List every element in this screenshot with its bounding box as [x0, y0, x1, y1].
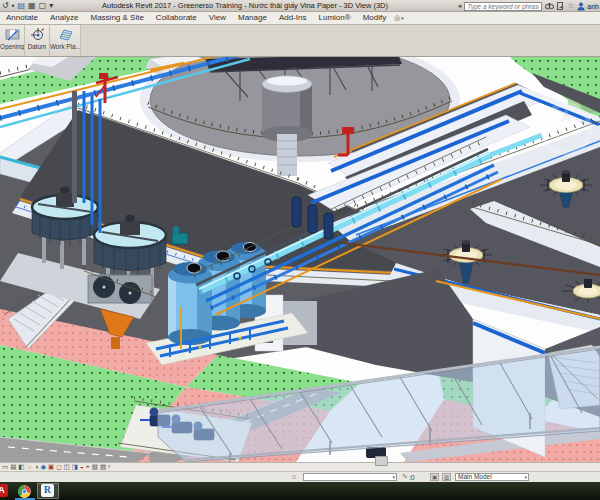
tab-annotate[interactable]: Annotate [0, 12, 44, 24]
sign-in-account[interactable]: anh [577, 2, 599, 11]
lock-3d-view-icon[interactable]: ◫ [64, 463, 70, 471]
work-plane-button[interactable]: Work Pla... [50, 25, 81, 56]
ribbon-tab-bar: Annotate Analyze Massing & Site Collabor… [0, 12, 600, 25]
visual-style-icon[interactable]: ◧ [18, 463, 24, 471]
3d-model-view [0, 57, 600, 462]
tab-modify[interactable]: Modify [357, 12, 393, 24]
user-icon [577, 2, 585, 11]
reveal-hidden-elements-icon[interactable]: ◒ [80, 463, 84, 471]
drawing-area[interactable] [0, 57, 600, 462]
temporary-view-properties-icon[interactable]: ◓ [86, 463, 90, 471]
window-title: Autodesk Revit 2017 - Greenerso Training… [0, 0, 490, 12]
tab-view[interactable]: View [203, 12, 232, 24]
workset-home-icon: ⌂ [292, 473, 296, 480]
thin-lines-icon[interactable]: ▦ [28, 1, 36, 11]
shadows-icon[interactable]: ◑ [34, 463, 38, 471]
datum-icon [30, 27, 45, 42]
tab-collaborate[interactable]: Collaborate [150, 12, 203, 24]
quick-access-toolbar: ↺ ▪ ▤ ▦ ▢ ▾ [2, 0, 53, 12]
title-bar: ↺ ▪ ▤ ▦ ▢ ▾ Autodesk Revit 2017 - Greene… [0, 0, 600, 12]
sun-path-icon[interactable]: ☼ [26, 463, 32, 471]
switch-windows-icon[interactable]: ▢ [39, 1, 47, 11]
revit-application-window: ↺ ▪ ▤ ▦ ▢ ▾ Autodesk Revit 2017 - Greene… [0, 0, 600, 500]
show-crop-region-icon[interactable]: ◻ [56, 463, 61, 471]
active-workset-dropdown[interactable]: ▾ [303, 473, 397, 481]
scale-icon[interactable]: ▭ [2, 463, 8, 471]
windows-taskbar: A R [0, 482, 600, 500]
ribbon-panel-area: Opening Datum Work Pla... [0, 25, 600, 57]
work-plane-label: Work Pla... [50, 43, 80, 50]
opening-icon [5, 27, 20, 42]
opening-label: Opening [0, 43, 24, 50]
user-label: anh [587, 3, 599, 10]
analytical-model-icon[interactable]: ▧ [92, 463, 98, 471]
search-input[interactable] [464, 2, 542, 11]
design-options-dropdown[interactable]: Main Model ▾ [455, 473, 529, 481]
search-binoculars-icon[interactable] [545, 2, 554, 10]
taskbar-revit-icon[interactable]: R [41, 484, 54, 497]
tab-analyze[interactable]: Analyze [44, 12, 84, 24]
worksharing-display-button[interactable]: ▣ [430, 473, 439, 481]
temporary-hide-isolate-icon[interactable]: ◨ [72, 463, 78, 471]
pencil-icon: ✎ [402, 473, 408, 481]
editing-requests-count: :0 [409, 474, 415, 481]
ribbon-cycle-icon: ◎ [394, 14, 400, 22]
taskbar-acrobat-icon[interactable]: A [0, 484, 8, 497]
design-options-icon-button[interactable]: ▥ [442, 473, 451, 481]
opening-button[interactable]: Opening [0, 25, 25, 56]
tab-massing-site[interactable]: Massing & Site [85, 12, 150, 24]
displacement-sets-icon[interactable]: ▨ [100, 463, 106, 471]
work-plane-icon [58, 27, 73, 42]
communication-center-icon[interactable] [557, 2, 564, 10]
crop-view-icon[interactable]: ▣ [48, 463, 54, 471]
sync-with-central-icon[interactable]: ▤ [18, 1, 26, 11]
detail-level-icon[interactable]: ▤ [10, 463, 16, 471]
favorites-star-icon[interactable]: ☆ [567, 1, 574, 11]
chevron-down-icon: ▾ [401, 15, 404, 21]
status-bar: ⌂ ▾ ✎ :0 ▣ ▥ Main Model ▾ [0, 471, 600, 482]
customize-qat-icon[interactable]: ▾ [49, 1, 53, 11]
infocenter: ◂ ☆ anh [458, 0, 600, 12]
editing-requests[interactable]: ✎ :0 [402, 473, 415, 481]
tab-manage[interactable]: Manage [232, 12, 273, 24]
tab-lumion[interactable]: Lumion® [312, 12, 356, 24]
chevron-down-icon: ▾ [392, 474, 395, 481]
design-options-value: Main Model [458, 473, 492, 480]
datum-button[interactable]: Datum [25, 25, 50, 56]
tab-add-ins[interactable]: Add-Ins [273, 12, 313, 24]
collapse-icon[interactable]: ‹ [108, 463, 110, 471]
chevron-down-icon: ▾ [524, 474, 527, 481]
open-icon[interactable]: ↺ [2, 1, 9, 11]
view-control-bar: ▭ ▤ ◧ ☼ ◑ ◉ ▣ ◻ ◫ ◨ ◒ ◓ ▧ ▨ ‹ [0, 462, 600, 471]
datum-label: Datum [28, 43, 47, 50]
infocenter-collapse-icon[interactable]: ◂ [458, 2, 462, 10]
horizontal-scrollbar[interactable] [375, 456, 388, 466]
ribbon-display-toggle[interactable]: ◎ ▾ [394, 14, 404, 22]
undo-icon[interactable]: ▪ [12, 1, 15, 11]
rendering-dialog-icon[interactable]: ◉ [40, 463, 46, 471]
